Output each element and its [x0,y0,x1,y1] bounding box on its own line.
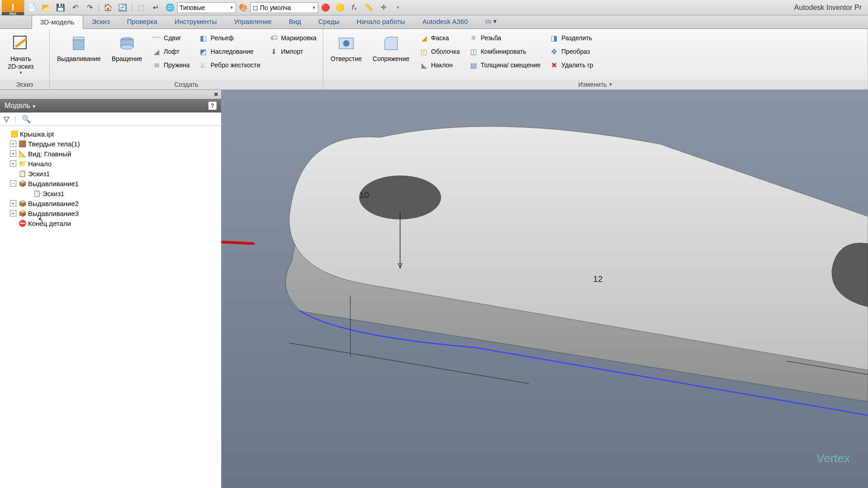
import-icon: ⬇ [269,47,278,56]
color-swatch-icon[interactable]: 🎨 [236,1,250,14]
decal-button[interactable]: 🏷Маркировка [266,32,321,44]
revolve-button[interactable]: Вращение [107,32,146,65]
tab-view[interactable]: Вид [280,14,310,28]
derive-icon: ◩ [199,47,208,56]
panel-create-label: Создать [50,80,323,89]
move-body-button[interactable]: ✥Преобраз [546,45,597,58]
fx-btn[interactable]: fₓ [347,1,362,14]
tab-extra[interactable]: ▭ ▾ [476,14,505,28]
tree-sketch1-child[interactable]: 📋Эскиз1 [2,188,219,198]
plus-btn[interactable]: ✚ [376,1,391,14]
ribbon: Начать 2D-эскиз ▼ Эскиз Выдавливание Вра… [0,29,868,90]
undo-btn[interactable]: ↶ [68,1,82,14]
swatch2-btn[interactable]: 🟡 [333,1,347,14]
expander-icon[interactable]: + [10,141,16,147]
swatch1-btn[interactable]: 🔴 [318,1,333,14]
update-btn[interactable]: 🔄 [115,1,130,14]
sweep-button[interactable]: 〰Сдвиг [148,32,193,44]
loft-button[interactable]: ◢Лофт [148,45,193,58]
tree-end-of-part[interactable]: ⛔Конец детали [2,218,219,228]
panel-sketch: Начать 2D-эскиз ▼ Эскиз [0,29,50,89]
qat-dropdown-icon[interactable]: ▼ [391,1,405,14]
param-btn[interactable]: 📏 [362,1,376,14]
tab-manage[interactable]: Управление [226,14,280,28]
thread-icon: ≡ [469,33,478,42]
browser-header: ✕ [0,90,221,99]
browser-title-bar[interactable]: Модель ? [0,99,221,113]
tab-a360[interactable]: Autodesk A360 [414,14,476,28]
combine-icon: ◫ [469,47,478,56]
tree-origin[interactable]: +📁Начало [2,159,219,169]
thicken-button[interactable]: ▤Толщина/ смещение [465,59,544,71]
combine-button[interactable]: ◫Комбинировать [465,45,544,58]
main-area: ✕ Модель ? ▽ | 🔍 🟨Крышка.ipt +🟫Твердые т… [0,90,868,488]
emboss-icon: ◧ [199,33,208,42]
tab-environments[interactable]: Среды [310,14,348,28]
fillet-icon [381,33,401,53]
tree-root[interactable]: 🟨Крышка.ipt [2,129,219,139]
split-button[interactable]: ◨Разделить [546,32,597,44]
tree-sketch1[interactable]: 📋Эскиз1 [2,169,219,178]
coil-button[interactable]: ≋Пружина [148,59,193,71]
delete-face-button[interactable]: ✖Удалить гр [546,59,597,71]
chamfer-button[interactable]: ◢Фаска [416,32,464,44]
panel-modify-label[interactable]: Изменить ▼ [323,80,868,89]
quick-access-toolbar: I 📄 📂 💾 ↶ ↷ 🏠 🔄 ⬚ ↵ 🌐 Типовые 🎨 ◻По умол… [0,0,868,15]
draft-button[interactable]: ◣Наклон [416,59,464,71]
dimension-10: 10 [359,190,369,200]
appearance-dropdown[interactable]: ◻По умолча [250,2,318,13]
tab-get-started[interactable]: Начало работы [348,14,414,28]
tree-extrude2[interactable]: +📦Выдавливание2 [2,198,219,208]
dimension-12: 12 [593,274,603,284]
home-btn[interactable]: 🏠 [101,1,115,14]
help-icon[interactable]: ? [208,102,217,110]
emboss-button[interactable]: ◧Рельеф [195,32,264,44]
watermark: Vertex [816,451,850,465]
delete-icon: ✖ [550,61,559,70]
start-sketch-label: Начать 2D-эскиз [8,55,33,70]
loft-icon: ◢ [152,47,161,56]
redo-btn[interactable]: ↷ [82,1,97,14]
browser-close-icon[interactable]: ✕ [214,91,218,98]
return-btn[interactable]: ↵ [148,1,163,14]
thread-button[interactable]: ≡Резьба [465,32,544,44]
save-btn[interactable]: 💾 [53,1,68,14]
derive-button[interactable]: ◩Наследование [195,45,264,58]
globe-btn[interactable]: 🌐 [163,1,177,14]
shell-icon: ◰ [420,47,429,56]
select-btn[interactable]: ⬚ [134,1,148,14]
split-icon: ◨ [550,33,559,42]
svg-rect-3 [73,37,84,40]
tree-extrude1[interactable]: −📦Выдавливание1 [2,178,219,188]
extrude-icon [69,33,89,53]
browser-toolbar: ▽ | 🔍 [0,113,221,126]
draft-icon: ◣ [420,61,429,70]
coil-icon: ≋ [152,61,161,70]
tab-inspect[interactable]: Проверка [118,14,166,28]
decal-icon: 🏷 [269,33,278,42]
new-btn[interactable]: 📄 [24,1,39,14]
cursor-icon: ↖ [38,216,44,224]
start-sketch-button[interactable]: Начать 2D-эскиз ▼ [3,32,39,77]
panel-modify: Отверстие Сопряжение ◢Фаска ◰Оболочка ◣Н… [323,29,868,89]
extrude-button[interactable]: Выдавливание [52,32,105,65]
app-icon[interactable]: I [2,0,24,15]
find-icon[interactable]: 🔍 [22,115,31,123]
filter-icon[interactable]: ▽ [4,115,9,123]
tree-extrude3[interactable]: +📦Выдавливание3 [2,208,219,218]
viewport[interactable]: 10 12 Vertex [222,90,868,488]
import-button[interactable]: ⬇Импорт [266,45,321,58]
fillet-button[interactable]: Сопряжение [368,32,414,65]
model-browser: ✕ Модель ? ▽ | 🔍 🟨Крышка.ipt +🟫Твердые т… [0,90,222,488]
material-dropdown[interactable]: Типовые [177,2,236,13]
tree-solid-bodies[interactable]: +🟫Твердые тела(1) [2,139,219,149]
rib-button[interactable]: ⟀Ребро жесткости [195,59,264,71]
tree-view[interactable]: +📐Вид: Главный [2,149,219,159]
shell-button[interactable]: ◰Оболочка [416,45,464,58]
tab-3d-model[interactable]: 3D-модель [32,15,83,29]
hole-button[interactable]: Отверстие [326,32,366,65]
svg-line-15 [289,343,529,384]
open-btn[interactable]: 📂 [39,1,53,14]
tab-sketch[interactable]: Эскиз [83,14,118,28]
tab-tools[interactable]: Инструменты [166,14,226,28]
